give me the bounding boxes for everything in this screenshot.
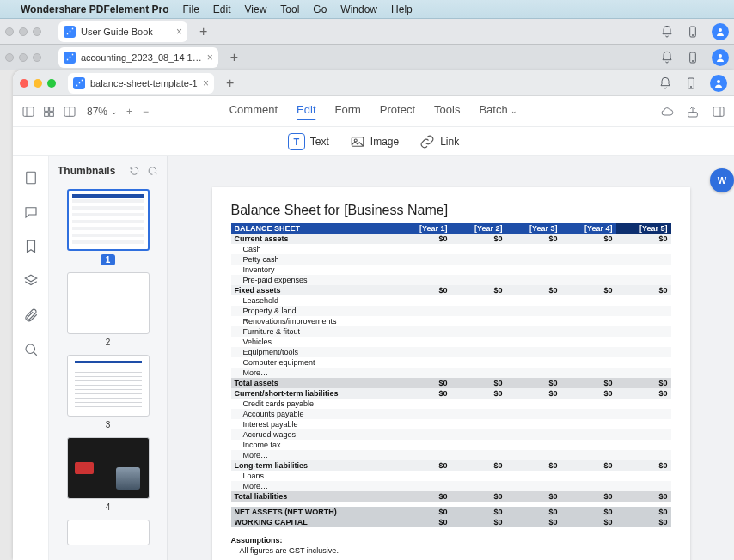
thumbnail-page-5[interactable] [58,520,158,545]
tab-form[interactable]: Form [335,103,361,120]
svg-point-2 [719,28,722,32]
layers-icon[interactable] [23,273,39,289]
edit-text-button[interactable]: T Text [288,133,329,150]
main-toolbar: 87% ⌄ + − Comment Edit Form Protect Tool… [13,96,734,127]
svg-rect-13 [45,112,49,116]
document-canvas[interactable]: Balance Sheet for [Business Name] BALANC… [168,156,734,560]
thumbnails-header: Thumbnails [58,165,115,177]
bg2-tab-title: accounting_2023_08_14 1… [81,52,202,63]
tab-batch[interactable]: Batch ⌄ [479,103,517,120]
panel-right-icon[interactable] [712,105,725,119]
bell-icon[interactable] [660,51,674,64]
menu-edit[interactable]: Edit [213,3,231,15]
phone-icon[interactable] [686,51,700,64]
rotate-left-icon[interactable] [129,165,140,177]
share-icon[interactable] [686,105,700,119]
svg-point-4 [692,60,693,61]
avatar[interactable] [710,75,727,92]
svg-rect-22 [26,172,35,184]
bg-window-2-titlebar: ⋰ accounting_2023_08_14 1… × + [0,45,734,70]
app-name[interactable]: Wondershare PDFelement Pro [21,3,169,15]
sidebar-toggle-icon[interactable] [21,105,35,119]
thumbnail-page-4[interactable]: 4 [58,437,158,513]
tab-comment[interactable]: Comment [229,103,278,120]
tab-protect[interactable]: Protect [380,103,415,120]
new-tab-button[interactable]: + [223,50,245,65]
main-tab[interactable]: ⋰ balance-sheet-template-1 × [68,73,214,94]
phone-icon[interactable] [686,25,700,39]
svg-rect-9 [23,107,34,116]
close-icon[interactable]: × [176,26,182,38]
svg-rect-18 [713,107,724,116]
menu-view[interactable]: View [245,3,267,15]
menu-tool[interactable]: Tool [280,3,299,15]
main-tab-title: balance-sheet-template-1 [90,78,198,88]
link-icon [419,134,435,149]
svg-point-7 [690,86,691,87]
tab-edit[interactable]: Edit [297,103,315,120]
bookmarks-icon[interactable] [23,239,39,254]
window-close-button[interactable] [20,79,28,88]
text-icon: T [288,133,305,150]
main-titlebar: ⋰ balance-sheet-template-1 × + [13,70,734,96]
phone-icon[interactable] [684,76,698,90]
thumbnail-panel: Thumbnails 1 2 3 [49,156,168,560]
assumptions-line: All figures are GST inclusive. [231,546,671,555]
bg2-tab[interactable]: ⋰ accounting_2023_08_14 1… × [58,47,218,68]
window-minimize-button[interactable] [34,79,42,88]
svg-rect-14 [50,112,54,116]
split-view-icon[interactable] [63,105,76,119]
svg-point-23 [26,344,35,354]
document-page: Balance Sheet for [Business Name] BALANC… [212,187,690,560]
close-icon[interactable]: × [203,77,209,89]
zoom-dropdown-icon[interactable]: ⌄ [111,107,118,116]
menu-help[interactable]: Help [391,3,413,15]
zoom-out-button[interactable]: − [143,106,149,118]
main-window: ⋰ balance-sheet-template-1 × + 87% ⌄ + −… [13,70,734,560]
menu-bar: Wondershare PDFelement Pro File Edit Vie… [0,0,734,19]
tab-tools[interactable]: Tools [434,103,460,120]
bell-icon[interactable] [658,76,672,90]
thumbnail-page-1[interactable]: 1 [58,189,158,265]
menu-window[interactable]: Window [340,3,377,15]
menu-file[interactable]: File [183,3,199,15]
svg-point-8 [717,80,720,83]
edit-subtoolbar: T Text Image Link [13,127,734,156]
svg-rect-12 [50,107,54,111]
avatar[interactable] [712,49,729,66]
bg-window-1-titlebar: ⋰ User Guide Book × + [0,19,734,45]
attachment-icon[interactable] [23,307,39,323]
doc-title: Balance Sheet for [Business Name] [231,203,671,218]
comments-icon[interactable] [23,204,39,220]
svg-point-5 [719,54,722,58]
thumbnail-page-3[interactable]: 3 [58,355,158,430]
word-icon: W [718,175,726,186]
left-rail [13,156,49,560]
app-logo-icon: ⋰ [73,77,85,89]
new-tab-button[interactable]: + [219,76,241,91]
new-tab-button[interactable]: + [193,24,214,40]
bg1-tab[interactable]: ⋰ User Guide Book × [58,21,187,42]
export-word-button[interactable]: W [710,168,734,192]
zoom-in-button[interactable]: + [126,106,132,118]
svg-point-1 [692,34,693,35]
app-logo-icon: ⋰ [64,52,76,64]
assumptions-title: Assumptions: [231,536,671,545]
window-zoom-button[interactable] [47,79,56,88]
edit-image-button[interactable]: Image [350,134,399,149]
edit-link-button[interactable]: Link [419,134,459,149]
avatar[interactable] [712,23,729,40]
zoom-level[interactable]: 87% [87,106,107,118]
bg1-tab-title: User Guide Book [81,27,153,37]
search-icon[interactable] [23,342,39,357]
close-icon[interactable]: × [207,52,213,64]
thumbnails-icon[interactable] [23,170,39,186]
bell-icon[interactable] [660,25,674,39]
thumbnail-page-2[interactable]: 2 [58,272,158,348]
grid-view-icon[interactable] [42,105,56,119]
image-icon [350,134,365,149]
menu-go[interactable]: Go [313,3,327,15]
rotate-right-icon[interactable] [147,165,158,177]
app-logo-icon: ⋰ [64,26,76,38]
cloud-icon[interactable] [660,105,674,119]
